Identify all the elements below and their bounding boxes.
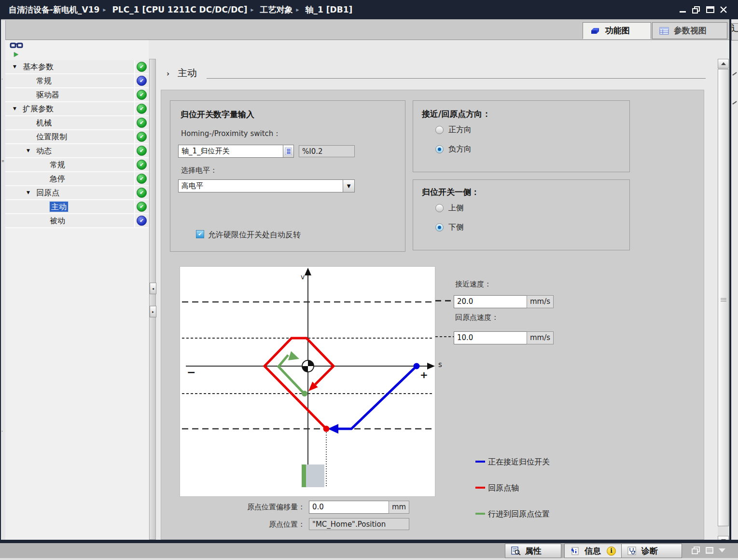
- right-panel-mark[interactable]: [732, 72, 737, 75]
- view-tab-strip: 功能图 参数视图: [1, 19, 729, 40]
- status-ok-icon: ✔: [137, 188, 147, 198]
- status-info-icon: ✔: [137, 76, 147, 86]
- sidebar-item-homing-passive[interactable]: 被动 ✔: [5, 214, 149, 228]
- tab-function-view[interactable]: 功能图: [583, 22, 651, 39]
- splitter-right-icon[interactable]: ▸: [150, 306, 156, 317]
- splitter-menu-icon[interactable]: ≡: [1, 159, 4, 163]
- v-axis-label: v: [301, 273, 305, 281]
- home-offset-input[interactable]: 0.0: [309, 501, 389, 514]
- tab-parameter-view[interactable]: 参数视图: [652, 22, 727, 39]
- breadcrumb-plc[interactable]: PLC_1 [CPU 1211C DC/DC/DC]: [112, 5, 247, 14]
- tab-properties-label: 属性: [525, 546, 542, 557]
- expander-icon[interactable]: ▼: [13, 60, 16, 73]
- sidebar-item-dynamics[interactable]: ▼ 动态 ✔: [5, 144, 149, 158]
- plus-label: +: [420, 369, 428, 381]
- sidebar-item-extended-parameters[interactable]: ▼ 扩展参数 ✔: [5, 102, 149, 116]
- tree-status-divider: [134, 60, 135, 228]
- tag-browse-button[interactable]: [283, 145, 294, 158]
- expander-icon[interactable]: ▼: [13, 102, 16, 115]
- chevron-down-icon: ▼: [347, 183, 351, 189]
- negative-direction-radio[interactable]: [435, 145, 444, 153]
- legend-swatch-approach: [475, 461, 485, 463]
- sidebar-item-mechanics[interactable]: 机械 ✔: [5, 116, 149, 130]
- auto-reverse-checkbox[interactable]: ✔: [196, 230, 204, 238]
- approach-speed-unit: mm/s: [527, 295, 554, 308]
- homing-diagram: v + −: [180, 266, 435, 497]
- expander-icon[interactable]: ▼: [27, 186, 30, 199]
- switch-label: Homing-/Proximity switch：: [181, 129, 280, 138]
- homing-switch-groupbox: 归位开关数字量输入 Homing-/Proximity switch： 轴_1_…: [170, 100, 405, 252]
- splitter-left-icon[interactable]: ◂: [150, 283, 156, 294]
- homing-switch-input[interactable]: 轴_1_归位开关: [178, 145, 283, 158]
- scroll-up-icon[interactable]: [718, 59, 729, 68]
- switch-side-groupbox: 归位开关一侧： 上侧 下侧: [413, 179, 630, 250]
- inspector-tab-bar: 属性 信息 i 诊断: [0, 543, 738, 558]
- play-icon[interactable]: [13, 50, 19, 59]
- positive-direction-radio[interactable]: [435, 126, 444, 134]
- chevron-down-icon[interactable]: [718, 548, 726, 553]
- inspector-bottom-strip: [0, 558, 738, 560]
- minus-label: −: [187, 366, 195, 378]
- homing-speed-label: 回原点速度：: [455, 313, 499, 322]
- home-position-field: "MC_Home".Position: [309, 518, 409, 530]
- expander-icon[interactable]: ▼: [27, 144, 30, 157]
- tab-properties[interactable]: 属性: [505, 544, 561, 558]
- maximize-button[interactable]: [705, 4, 716, 15]
- sidebar-item-homing-active[interactable]: 主动 ✔: [5, 200, 149, 214]
- status-ok-icon: ✔: [137, 118, 147, 128]
- minimize-button[interactable]: [677, 4, 689, 15]
- sidebar-item-drive[interactable]: 驱动器 ✔: [5, 88, 149, 102]
- parameter-tree: ▼ 基本参数 ✔ 常规 ✔ 驱动器 ✔ ▼ 扩展参数 ✔ 机械 ✔: [5, 60, 149, 228]
- status-ok-icon: ✔: [137, 132, 147, 142]
- breadcrumb-project[interactable]: 自清洁设备-新电机_V19: [9, 4, 99, 15]
- approach-speed-input[interactable]: 20.0: [454, 295, 527, 308]
- home-position-label: 原点位置：: [227, 520, 305, 529]
- groupbox-title: 归位开关数字量输入: [181, 109, 254, 120]
- level-dropdown-button[interactable]: ▼: [343, 179, 355, 192]
- sidebar-item-general[interactable]: 常规 ✔: [5, 74, 149, 88]
- sidebar-item-emergency-stop[interactable]: 急停 ✔: [5, 172, 149, 186]
- float-panel-icon[interactable]: [691, 546, 701, 555]
- upper-side-radio[interactable]: [435, 204, 444, 212]
- right-panel-partial-tab[interactable]: 辶: [731, 23, 738, 41]
- right-panel-mark[interactable]: [732, 101, 737, 104]
- tab-function-view-label: 功能图: [605, 25, 630, 36]
- page-title: 主动: [178, 67, 197, 80]
- home-offset-label: 原点位置偏移量：: [203, 503, 305, 512]
- s-axis-label: s: [438, 360, 442, 369]
- tab-info-label: 信息: [585, 546, 601, 557]
- sidebar-item-homing[interactable]: ▼ 回原点 ✔: [5, 186, 149, 200]
- panel-list-icon[interactable]: [705, 546, 714, 555]
- breadcrumb-tech-objects[interactable]: 工艺对象: [260, 4, 293, 15]
- sidebar-item-basic-parameters[interactable]: ▼ 基本参数 ✔: [5, 60, 149, 74]
- right-collapsed-panel[interactable]: 辶: [731, 20, 738, 560]
- restore-button[interactable]: [691, 4, 702, 15]
- homing-speed-unit: mm/s: [527, 331, 554, 344]
- sidebar-item-position-limits[interactable]: 位置限制 ✔: [5, 130, 149, 144]
- main-scrollbar[interactable]: [718, 59, 729, 546]
- sidebar-item-dynamics-general[interactable]: 常规 ✔: [5, 158, 149, 172]
- properties-icon: [511, 546, 521, 555]
- status-info-icon: ✔: [137, 216, 147, 226]
- groupbox-title: 归位开关一侧：: [422, 187, 479, 198]
- lower-side-radio[interactable]: [435, 223, 444, 232]
- info-icon: [571, 546, 580, 555]
- section-rule: [207, 78, 706, 79]
- level-select[interactable]: 高电平: [178, 179, 343, 192]
- breadcrumb-axis[interactable]: 轴_1 [DB1]: [306, 4, 353, 15]
- legend-label-homing: 回原点轴: [488, 483, 519, 493]
- negative-direction-label: 负方向: [448, 144, 472, 154]
- auto-reverse-label: 允许硬限位开关处自动反转: [208, 230, 301, 240]
- tab-diagnostics-label: 诊断: [641, 546, 658, 557]
- close-icon[interactable]: [718, 4, 729, 15]
- splitter-collapse-icon[interactable]: ›: [1, 429, 3, 433]
- function-navigation-panel: ▼ 基本参数 ✔ 常规 ✔ 驱动器 ✔ ▼ 扩展参数 ✔ 机械 ✔: [5, 40, 149, 540]
- positive-direction-label: 正方向: [448, 125, 472, 135]
- approach-speed-label: 接近速度：: [455, 280, 491, 289]
- homing-speed-input[interactable]: 10.0: [454, 331, 527, 344]
- tab-diagnostics[interactable]: 诊断: [621, 544, 682, 558]
- scrollbar-thumb[interactable]: [718, 69, 729, 526]
- section-chevron-icon[interactable]: ›: [167, 69, 169, 78]
- splitter-collapse-icon[interactable]: ‹: [1, 77, 3, 81]
- nav-splitter-bar[interactable]: ◂ ▸: [149, 59, 156, 540]
